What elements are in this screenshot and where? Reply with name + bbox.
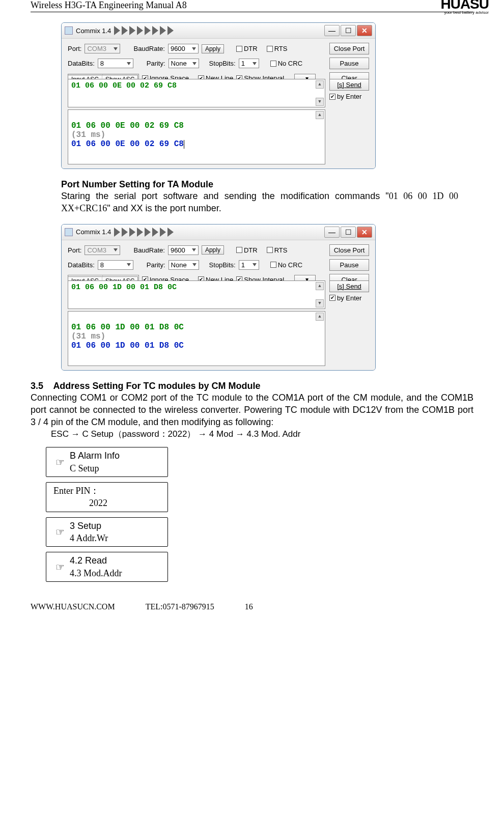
menu-1-line-2: C Setup [70, 462, 120, 474]
close-button[interactable]: ✕ [357, 25, 372, 36]
footer-site: WWW.HUASUCN.COM [31, 602, 115, 611]
nocrc-checkbox[interactable]: No CRC [270, 60, 302, 67]
stopbits-label: StopBits: [209, 60, 236, 67]
section-3-5-heading: 3.5 Address Setting For TC modules by CM… [31, 381, 473, 391]
scroll-down-icon[interactable]: ▼ [316, 98, 324, 106]
databits-combo[interactable]: 8 [98, 59, 133, 68]
menu-3-line-2: 4 Addr.Wr [70, 532, 108, 544]
hand-pointer-icon: ☞ [55, 562, 65, 572]
port-combo[interactable]: COM3 [85, 245, 120, 255]
footer-page: 16 [245, 602, 253, 611]
logo-tagline: your best battery advisor [440, 10, 489, 15]
parity-label: Parity: [147, 60, 165, 67]
stopbits-combo[interactable]: 1 [239, 260, 259, 270]
baud-combo[interactable]: 9600 [168, 245, 199, 255]
stopbits-label: StopBits: [209, 261, 236, 269]
monitor-time: (31 ms) [71, 130, 322, 139]
rts-checkbox[interactable]: RTS [267, 45, 288, 52]
titlebar[interactable]: Commix 1.4 — ☐ ✕ [62, 23, 375, 39]
doc-title: Wireless H3G-TA Engineering Manual A8 [31, 0, 187, 11]
parity-label: Parity: [147, 261, 165, 269]
send-input[interactable]: 01 06 00 0E 00 02 69 C8 ▲ ▼ [68, 79, 325, 107]
scroll-up-icon[interactable]: ▲ [316, 282, 324, 290]
databits-combo[interactable]: 8 [98, 260, 133, 270]
port-label: Port: [68, 45, 81, 52]
send-button[interactable]: [s] Send [329, 79, 369, 91]
port-label: Port: [68, 246, 81, 254]
databits-label: DataBits: [68, 60, 95, 67]
scroll-up-icon[interactable]: ▲ [316, 111, 324, 119]
baud-label: BaudRate: [133, 45, 164, 52]
menu-2-line-2: 2022 [53, 497, 162, 509]
dtr-checkbox[interactable]: DTR [236, 45, 258, 52]
section-3-5-body: Connecting COM1 or COM2 port of the TC m… [31, 391, 473, 429]
menu-4-line-1: 4.2 Read [70, 554, 122, 567]
close-port-button[interactable]: Close Port [329, 43, 369, 54]
scroll-up-icon[interactable]: ▲ [316, 80, 324, 89]
commix-window-2: Commix 1.4 — ☐ ✕ Port: COM [61, 224, 376, 371]
titlebar[interactable]: Commix 1.4 — ☐ ✕ [62, 224, 375, 240]
scroll-down-icon[interactable]: ▼ [316, 299, 324, 307]
by-enter-checkbox[interactable]: ✔by Enter [329, 294, 369, 302]
window-title: Commix 1.4 [76, 27, 111, 35]
send-input[interactable]: 01 06 00 1D 00 01 D8 0C ▲ ▼ [68, 280, 325, 309]
menu-box-1: ☞ B Alarm Info C Setup [46, 447, 168, 477]
monitor-recv: 01 06 00 1D 00 01 D8 0C [71, 341, 322, 350]
monitor-time: (31 ms) [71, 332, 322, 341]
monitor-output: 01 06 00 0E 00 02 69 C8 (31 ms) 01 06 00… [68, 109, 325, 164]
section-heading-port: Port Number Setting for TA Module [61, 179, 458, 190]
close-button[interactable]: ✕ [357, 227, 372, 238]
by-enter-checkbox[interactable]: ✔by Enter [329, 93, 369, 100]
maximize-button[interactable]: ☐ [341, 25, 356, 36]
hand-pointer-icon: ☞ [55, 527, 65, 537]
titlebar-decoration [114, 26, 195, 35]
app-icon [65, 228, 73, 236]
app-icon [65, 26, 73, 35]
hand-pointer-icon: ☞ [55, 457, 65, 467]
menu-3-line-1: 3 Setup [70, 520, 108, 532]
stopbits-combo[interactable]: 1 [239, 59, 259, 68]
page-footer: WWW.HUASUCN.COM TEL:0571-87967915 16 [31, 602, 473, 611]
monitor-sent: 01 06 00 0E 00 02 69 C8 [71, 121, 322, 130]
nav-path: ESC → C Setup（password：2022） → 4 Mod → 4… [31, 428, 473, 440]
dtr-checkbox[interactable]: DTR [236, 246, 258, 254]
parity-combo[interactable]: None [169, 59, 199, 68]
menu-4-line-2: 4.3 Mod.Addr [70, 567, 122, 579]
menu-box-2: Enter PIN： 2022 [46, 482, 168, 512]
close-port-button[interactable]: Close Port [329, 244, 369, 256]
rts-checkbox[interactable]: RTS [267, 246, 288, 254]
monitor-recv: 01 06 00 0E 00 02 69 C8 [71, 139, 184, 149]
pause-button[interactable]: Pause [329, 259, 369, 271]
commix-window-1: Commix 1.4 — ☐ ✕ Port: COM [61, 22, 376, 169]
port-combo[interactable]: COM3 [85, 44, 120, 53]
send-button[interactable]: [s] Send [329, 280, 369, 292]
footer-tel: TEL:0571-87967915 [146, 602, 214, 611]
menu-box-3: ☞ 3 Setup 4 Addr.Wr [46, 517, 168, 547]
scroll-up-icon[interactable]: ▲ [316, 313, 324, 321]
menu-box-4: ☞ 4.2 Read 4.3 Mod.Addr [46, 552, 168, 582]
apply-button[interactable]: Apply [202, 44, 224, 53]
apply-button[interactable]: Apply [202, 245, 224, 255]
monitor-sent: 01 06 00 1D 00 01 D8 0C [71, 323, 322, 332]
baud-combo[interactable]: 9600 [168, 44, 199, 53]
menu-2-line-1: Enter PIN： [53, 485, 162, 497]
brand-logo: HUASU your best battery advisor [440, 0, 489, 15]
parity-combo[interactable]: None [169, 260, 199, 270]
databits-label: DataBits: [68, 261, 95, 269]
nocrc-checkbox[interactable]: No CRC [270, 261, 302, 269]
maximize-button[interactable]: ☐ [341, 227, 356, 238]
baud-label: BaudRate: [133, 246, 164, 254]
minimize-button[interactable]: — [324, 227, 340, 238]
minimize-button[interactable]: — [324, 25, 340, 36]
port-section-body: Staring the serial port software and sen… [61, 190, 458, 215]
titlebar-decoration [114, 228, 195, 237]
pause-button[interactable]: Pause [329, 58, 369, 69]
monitor-output: 01 06 00 1D 00 01 D8 0C (31 ms) 01 06 00… [68, 311, 325, 366]
window-title: Commix 1.4 [76, 228, 111, 236]
menu-1-line-1: B Alarm Info [70, 450, 120, 462]
